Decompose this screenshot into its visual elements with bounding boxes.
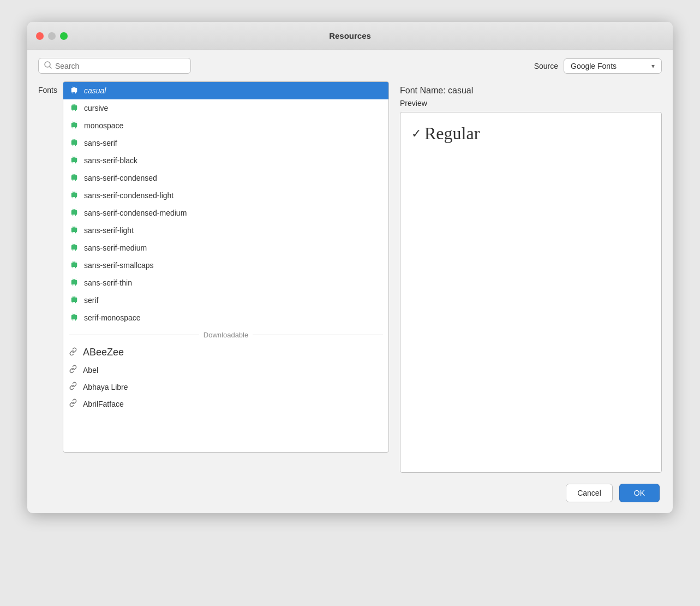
font-item-name: monospace [84, 121, 123, 130]
font-item-name: serif [84, 296, 98, 305]
minimize-button[interactable] [48, 32, 56, 40]
font-item-name: sans-serif-thin [84, 278, 132, 287]
font-item-name: sans-serif-light [84, 226, 134, 235]
window-controls [36, 32, 68, 40]
downloadable-separator: Downloadable [63, 326, 388, 343]
android-icon [69, 312, 80, 323]
font-item-name: sans-serif-smallcaps [84, 261, 154, 270]
font-list-item[interactable]: sans-serif-condensed-light [63, 187, 388, 204]
font-list-item[interactable]: sans-serif-light [63, 222, 388, 239]
font-item-name: sans-serif-black [84, 156, 137, 165]
font-list-item[interactable]: sans-serif-condensed [63, 169, 388, 187]
window-title: Resources [329, 31, 371, 40]
resources-window: Resources Source Google Fonts ▾ Fonts [27, 22, 673, 513]
downloadable-label: Downloadable [204, 331, 248, 339]
android-icon [69, 277, 80, 288]
ok-button[interactable]: OK [619, 484, 660, 502]
font-list[interactable]: casual cursive monospace sans-serif sans… [63, 82, 388, 452]
source-value: Google Fonts [571, 62, 617, 70]
font-item-name: Abhaya Libre [83, 383, 128, 391]
font-item-name: sans-serif-medium [84, 243, 147, 252]
font-item-name: sans-serif-condensed-light [84, 191, 173, 200]
android-icon [69, 242, 80, 253]
font-list-item[interactable]: sans-serif-condensed-medium [63, 204, 388, 222]
toolbar: Source Google Fonts ▾ [27, 50, 673, 81]
font-item-name: serif-monospace [84, 313, 141, 322]
font-list-item[interactable]: sans-serif-thin [63, 274, 388, 292]
android-icon [69, 155, 80, 166]
separator-line [69, 335, 199, 335]
android-icon [69, 260, 80, 271]
search-box[interactable] [38, 58, 191, 74]
source-dropdown[interactable]: Google Fonts ▾ [564, 58, 662, 74]
link-icon [69, 365, 77, 375]
link-icon [69, 382, 77, 392]
font-list-item[interactable]: serif-monospace [63, 309, 388, 326]
fonts-section: Fonts casual cursive monospace sans-seri… [38, 81, 389, 473]
android-icon [69, 85, 80, 96]
link-icon [69, 347, 77, 358]
preview-label: Preview [400, 99, 662, 108]
details-panel: Font Name: casual Preview ✓ Regular [389, 81, 662, 473]
cancel-button[interactable]: Cancel [566, 484, 613, 502]
downloadable-font-item[interactable]: Abel [63, 361, 388, 378]
preview-style-label: Regular [424, 123, 480, 144]
checkmark-icon: ✓ [411, 127, 421, 141]
search-input[interactable] [55, 62, 185, 70]
android-icon [69, 103, 80, 114]
source-row: Source Google Fonts ▾ [534, 58, 662, 74]
font-item-name: AbrilFatface [83, 400, 124, 408]
footer: Cancel OK [27, 473, 673, 513]
downloadable-font-item[interactable]: ABeeZee [63, 343, 388, 361]
font-item-name: cursive [84, 104, 108, 112]
android-icon [69, 120, 80, 131]
android-icon [69, 225, 80, 236]
font-list-item[interactable]: sans-serif-black [63, 152, 388, 169]
android-icon [69, 138, 80, 148]
font-item-name: casual [84, 86, 106, 95]
preview-regular: ✓ Regular [411, 123, 650, 144]
android-icon [69, 190, 80, 201]
downloadable-font-item[interactable]: AbrilFatface [63, 395, 388, 412]
titlebar: Resources [27, 22, 673, 50]
android-icon [69, 207, 80, 218]
close-button[interactable] [36, 32, 44, 40]
svg-line-1 [50, 67, 52, 69]
font-list-item[interactable]: sans-serif-medium [63, 239, 388, 257]
android-icon [69, 173, 80, 183]
font-item-name: sans-serif-condensed-medium [84, 209, 187, 217]
font-list-container: casual cursive monospace sans-serif sans… [63, 81, 389, 453]
main-content: Fonts casual cursive monospace sans-seri… [27, 81, 673, 473]
font-list-item[interactable]: casual [63, 82, 388, 99]
font-name-header: Font Name: casual [400, 81, 662, 99]
android-icon [69, 295, 80, 306]
font-item-name: sans-serif [84, 139, 117, 147]
maximize-button[interactable] [60, 32, 68, 40]
font-item-name: ABeeZee [83, 347, 124, 358]
separator-line-right [253, 335, 383, 335]
font-list-item[interactable]: sans-serif [63, 134, 388, 152]
fonts-label: Fonts [38, 81, 57, 94]
link-icon [69, 399, 77, 409]
font-item-name: Abel [83, 366, 98, 375]
chevron-down-icon: ▾ [651, 62, 655, 70]
font-list-item[interactable]: monospace [63, 117, 388, 134]
font-list-item[interactable]: cursive [63, 99, 388, 117]
downloadable-font-item[interactable]: Abhaya Libre [63, 378, 388, 395]
search-icon [44, 61, 52, 70]
font-list-item[interactable]: sans-serif-smallcaps [63, 257, 388, 274]
source-label: Source [534, 62, 558, 70]
font-item-name: sans-serif-condensed [84, 174, 157, 182]
preview-box: ✓ Regular [400, 112, 662, 473]
font-list-item[interactable]: serif [63, 292, 388, 309]
